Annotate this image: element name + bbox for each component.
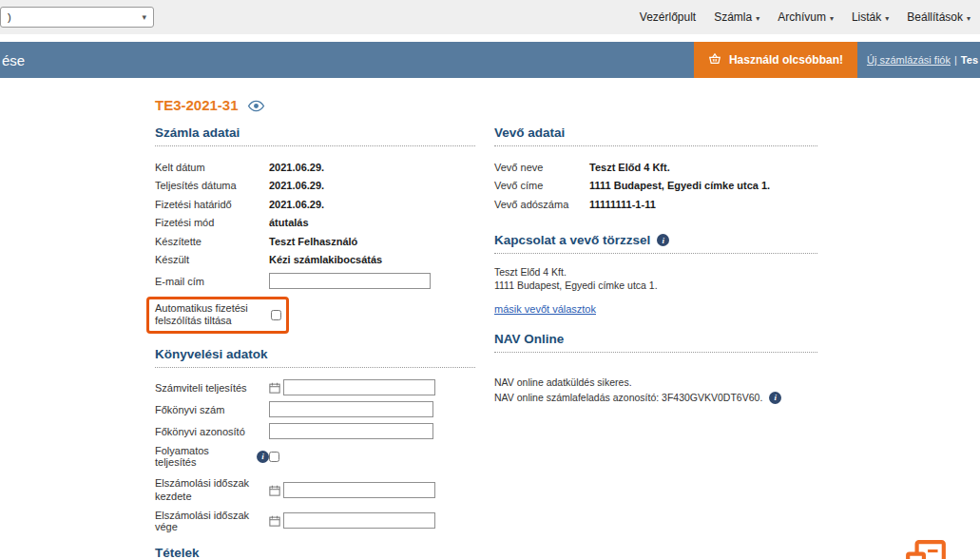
chevron-down-icon: ▾	[142, 12, 146, 22]
page-title: ése	[0, 52, 25, 68]
data-row: Fizetési módátutalás	[155, 214, 475, 233]
chevron-down-icon: ▾	[967, 14, 970, 23]
top-nav: Vezérlőpult Számla▾ Archívum▾ Listák▾ Be…	[640, 10, 980, 24]
continuous-fulfillment-checkbox[interactable]	[269, 452, 279, 462]
nav-lists[interactable]: Listák▾	[852, 10, 889, 24]
customer-column: Vevő adatai Vevő neveTeszt Előd 4 Kft. V…	[494, 125, 817, 404]
invoice-column: TE3-2021-31 Számla adatai Kelt dátum2021…	[155, 97, 475, 559]
settlement-period-end-input[interactable]	[283, 512, 435, 529]
field-row: Számviteli teljesítés	[155, 379, 475, 395]
field-row: Főkönyvi azonosító	[155, 423, 475, 439]
nav-status-line: NAV online adatküldés sikeres.	[494, 376, 817, 389]
auto-reminder-label: Automatikus fizetési felszólítás tiltása	[155, 302, 265, 329]
calendar-icon[interactable]	[269, 485, 280, 496]
header-right: Használd olcsóbban! Új számlázási fiók|T…	[694, 42, 980, 78]
section-title-accounting: Könyvelési adatok	[155, 347, 475, 368]
main-content: TE3-2021-31 Számla adatai Kelt dátum2021…	[0, 78, 980, 559]
section-title-customer: Vevő adatai	[494, 125, 817, 146]
accounting-fulfillment-input[interactable]	[283, 379, 435, 395]
data-row: Teljesítés dátuma2021.06.29.	[155, 177, 475, 196]
nav-archive[interactable]: Archívum▾	[778, 10, 834, 24]
field-row: Elszámolási időszak vége	[155, 510, 475, 532]
page-header: ése Használd olcsóbban! Új számlázási fi…	[0, 42, 980, 78]
data-row: Vevő neveTeszt Előd 4 Kft.	[494, 158, 817, 177]
szamlazz-logo: SZÁMLÁZZ.HU	[892, 539, 960, 559]
info-icon[interactable]: i	[657, 234, 669, 246]
nav-settings[interactable]: Beállítások▾	[907, 10, 970, 24]
chevron-down-icon: ▾	[830, 14, 834, 23]
account-dropdown-value: )	[8, 11, 11, 23]
info-icon[interactable]: i	[257, 451, 269, 463]
data-row: KészültKézi számlakibocsátás	[155, 251, 475, 270]
chevron-down-icon: ▾	[885, 14, 889, 23]
choose-other-customer-link[interactable]: másik vevőt választok	[494, 303, 596, 315]
field-row: Főkönyvi szám	[155, 401, 475, 417]
nav-dashboard[interactable]: Vezérlőpult	[640, 10, 696, 24]
account-name-fragment: Tes	[961, 54, 978, 66]
promo-button-label: Használd olcsóbban!	[729, 53, 843, 67]
basket-icon	[708, 52, 721, 68]
data-row: Fizetési határidő2021.06.29.	[155, 195, 475, 214]
account-links: Új számlázási fiók|Tes	[857, 54, 980, 66]
invoice-number: TE3-2021-31	[155, 97, 475, 114]
data-row: Vevő adószáma11111111-1-11	[494, 195, 817, 214]
nav-invoice[interactable]: Számla▾	[714, 10, 759, 24]
calendar-icon[interactable]	[269, 382, 280, 394]
new-billing-account-link[interactable]: Új számlázási fiók	[867, 54, 951, 66]
settlement-period-start-input[interactable]	[283, 482, 435, 498]
email-input[interactable]	[269, 273, 431, 289]
partner-address: 1111 Budapest, Egyedi címke utca 1.	[494, 279, 817, 292]
account-dropdown[interactable]: ) ▾	[0, 7, 154, 28]
data-row: Vevő címe1111 Budapest, Egyedi címke utc…	[494, 177, 817, 196]
promo-button[interactable]: Használd olcsóbban!	[694, 42, 857, 78]
email-row: E-mail cím	[155, 272, 475, 291]
data-row: Kelt dátum2021.06.29.	[155, 158, 475, 177]
section-title-partner-link: Kapcsolat a vevő törzzsel i	[494, 233, 817, 254]
data-row: KészítetteTeszt Felhasználó	[155, 232, 475, 251]
eye-icon[interactable]	[247, 100, 265, 112]
ledger-number-input[interactable]	[269, 401, 433, 417]
info-icon[interactable]: i	[769, 392, 781, 404]
topbar: ) ▾ Vezérlőpult Számla▾ Archívum▾ Listák…	[0, 0, 980, 34]
section-title-nav-online: NAV Online	[494, 332, 817, 353]
auto-reminder-highlight: Automatikus fizetési felszólítás tiltása	[146, 297, 289, 335]
section-title-invoice-data: Számla adatai	[155, 125, 475, 146]
field-row: Folyamatos teljesítés i	[155, 445, 475, 468]
separator: |	[954, 54, 957, 66]
chevron-down-icon: ▾	[756, 14, 759, 23]
section-title-items: Tételek	[155, 546, 475, 559]
partner-name: Teszt Előd 4 Kft.	[494, 265, 817, 279]
auto-reminder-checkbox[interactable]	[271, 310, 281, 320]
nav-id-line: NAV online számlafeladás azonosító: 3F43…	[494, 391, 817, 404]
field-row: Elszámolási időszak kezdete	[155, 477, 475, 504]
calendar-icon[interactable]	[269, 515, 280, 527]
ledger-id-input[interactable]	[269, 423, 433, 439]
